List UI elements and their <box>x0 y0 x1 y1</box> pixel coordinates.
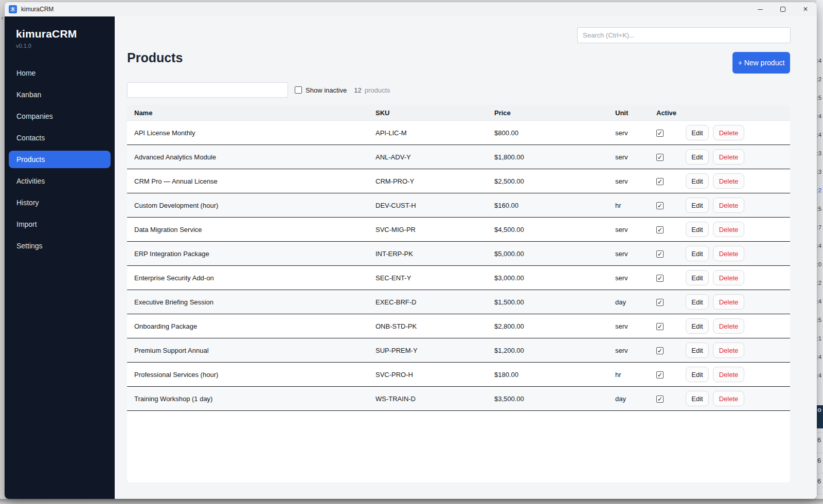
cell-actions: EditDelete <box>686 197 790 213</box>
products-toolbar: Show inactive 12 products <box>127 82 390 98</box>
edit-button[interactable]: Edit <box>686 149 709 165</box>
product-count: 12 <box>354 86 361 94</box>
cell-price: $4,500.00 <box>494 226 615 233</box>
sidebar-item-kanban[interactable]: Kanban <box>9 84 111 105</box>
cell-sku: INT-ERP-PK <box>375 250 494 258</box>
column-header-sku: SKU <box>375 109 494 117</box>
active-checkbox[interactable]: ✓ <box>656 347 664 354</box>
cell-active: ✓ <box>656 347 686 354</box>
sidebar-item-products[interactable]: Products <box>9 151 111 168</box>
delete-button[interactable]: Delete <box>713 318 744 334</box>
table-row: API License MonthlyAPI-LIC-M$800.00serv✓… <box>127 121 790 145</box>
table-row: Training Workshop (1 day)WS-TRAIN-D$3,50… <box>127 387 790 411</box>
edit-button[interactable]: Edit <box>686 294 709 310</box>
maximize-button[interactable] <box>772 2 794 16</box>
delete-button[interactable]: Delete <box>713 246 744 261</box>
show-inactive-checkbox[interactable] <box>295 86 302 94</box>
page-title: Products <box>127 50 183 65</box>
sidebar-item-import[interactable]: Import <box>9 213 111 235</box>
background-row-divider <box>816 453 823 453</box>
active-checkbox[interactable]: ✓ <box>656 299 664 306</box>
background-text-fragment: :1 <box>817 335 821 341</box>
table-row: CRM Pro — Annual LicenseCRM-PRO-Y$2,500.… <box>127 169 790 193</box>
edit-button[interactable]: Edit <box>686 391 709 406</box>
cell-price: $5,000.00 <box>494 250 615 258</box>
active-checkbox[interactable]: ✓ <box>656 202 664 209</box>
products-table-card: Name SKU Price Unit Active API License M… <box>127 105 790 482</box>
delete-button[interactable]: Delete <box>713 294 744 310</box>
table-row: Enterprise Security Add-onSEC-ENT-Y$3,00… <box>127 266 790 290</box>
sidebar: kimuraCRM v0.1.0 HomeKanbanCompaniesCont… <box>5 16 115 499</box>
edit-button[interactable]: Edit <box>686 222 709 237</box>
minimize-button[interactable] <box>749 2 772 16</box>
background-text-fragment: :3 <box>817 150 821 156</box>
edit-button[interactable]: Edit <box>686 318 709 334</box>
delete-button[interactable]: Delete <box>713 343 744 358</box>
cell-unit: serv <box>615 226 656 233</box>
sidebar-item-history[interactable]: History <box>9 192 111 213</box>
edit-button[interactable]: Edit <box>686 270 709 285</box>
active-checkbox[interactable]: ✓ <box>656 323 664 330</box>
cell-name: Executive Briefing Session <box>134 298 375 306</box>
edit-button[interactable]: Edit <box>686 343 709 358</box>
delete-button[interactable]: Delete <box>713 222 744 237</box>
cell-actions: EditDelete <box>686 343 790 358</box>
background-row-divider <box>816 494 823 494</box>
delete-button[interactable]: Delete <box>713 367 744 382</box>
active-checkbox[interactable]: ✓ <box>656 226 664 233</box>
cell-sku: CRM-PRO-Y <box>375 177 494 185</box>
cell-sku: SVC-MIG-PR <box>375 226 494 233</box>
search-input[interactable] <box>577 27 791 43</box>
active-checkbox[interactable]: ✓ <box>656 154 664 161</box>
cell-name: Training Workshop (1 day) <box>134 395 375 403</box>
delete-button[interactable]: Delete <box>713 391 744 406</box>
sidebar-item-companies[interactable]: Companies <box>9 105 111 127</box>
edit-button[interactable]: Edit <box>686 367 709 382</box>
cell-price: $1,800.00 <box>494 153 615 161</box>
active-checkbox[interactable]: ✓ <box>656 130 664 137</box>
edit-button[interactable]: Edit <box>686 125 709 140</box>
cell-active: ✓ <box>656 298 686 306</box>
product-filter-input[interactable] <box>127 82 288 98</box>
sidebar-item-activities[interactable]: Activities <box>9 170 111 192</box>
sidebar-item-home[interactable]: Home <box>9 62 111 84</box>
active-checkbox[interactable]: ✓ <box>656 275 664 282</box>
background-digit-fragment: 6 <box>817 498 821 499</box>
table-body: API License MonthlyAPI-LIC-M$800.00serv✓… <box>127 121 790 411</box>
delete-button[interactable]: Delete <box>713 197 744 213</box>
cell-actions: EditDelete <box>686 246 790 261</box>
delete-button[interactable]: Delete <box>713 149 744 165</box>
close-button[interactable]: × <box>794 2 817 16</box>
cell-actions: EditDelete <box>686 173 790 189</box>
delete-button[interactable]: Delete <box>713 270 744 285</box>
background-text-fragment: :4 <box>817 372 821 379</box>
delete-button[interactable]: Delete <box>713 173 744 189</box>
sidebar-item-settings[interactable]: Settings <box>9 235 111 257</box>
table-row: Executive Briefing SessionEXEC-BRF-D$1,5… <box>127 290 790 314</box>
background-text-fragment: :2 <box>817 187 821 193</box>
background-text-fragment: :4 <box>817 298 821 304</box>
cell-name: ERP Integration Package <box>134 250 375 258</box>
active-checkbox[interactable]: ✓ <box>656 178 664 185</box>
delete-button[interactable]: Delete <box>713 125 744 140</box>
cell-unit: serv <box>615 274 656 282</box>
new-product-button[interactable]: + New product <box>732 52 790 74</box>
cell-active: ✓ <box>656 202 686 209</box>
background-text-fragment: :2 <box>817 76 821 82</box>
cell-name: Professional Services (hour) <box>134 371 375 379</box>
edit-button[interactable]: Edit <box>686 197 709 213</box>
edit-button[interactable]: Edit <box>686 173 709 189</box>
background-digit-fragment: 6 <box>817 436 821 444</box>
edit-button[interactable]: Edit <box>686 246 709 261</box>
sidebar-item-contacts[interactable]: Contacts <box>9 127 111 149</box>
column-header-unit: Unit <box>615 109 656 117</box>
app-logo-icon <box>9 5 17 13</box>
active-checkbox[interactable]: ✓ <box>656 250 664 258</box>
active-checkbox[interactable]: ✓ <box>656 371 664 379</box>
background-text-fragment: :2 <box>817 280 821 286</box>
table-row: Professional Services (hour)SVC-PRO-H$18… <box>127 363 790 387</box>
main-content: Products + New product Show inactive 12 … <box>115 16 817 499</box>
active-checkbox[interactable]: ✓ <box>656 395 664 403</box>
sidebar-nav: HomeKanbanCompaniesContactsProductsActiv… <box>5 62 115 257</box>
background-header-fragment: o <box>816 405 823 428</box>
